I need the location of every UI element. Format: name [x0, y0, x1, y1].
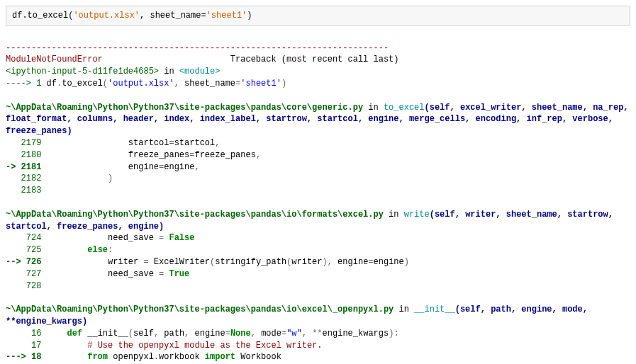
keyword-import: import	[205, 352, 235, 362]
string: "w"	[286, 329, 302, 339]
error-name: ModuleNotFoundError	[6, 55, 103, 64]
code: engine	[164, 162, 194, 172]
paren: )	[47, 174, 113, 183]
kwarg: sheet_name	[179, 79, 235, 89]
code: engine	[47, 162, 159, 172]
lineno: 16	[6, 329, 47, 339]
keyword-true: True	[164, 269, 189, 279]
string-literal: 'output.xlsx'	[73, 11, 140, 21]
lineno: 727	[6, 269, 47, 279]
eq: =	[368, 257, 373, 267]
arrow-lineno: ---> 18	[6, 352, 47, 362]
code: writer	[47, 257, 144, 267]
function-name: __init__	[414, 305, 455, 314]
code-input-cell[interactable]: df.to_excel('output.xlsx', sheet_name='s…	[6, 6, 630, 26]
eq: =	[143, 257, 148, 267]
code: startcol	[47, 138, 169, 148]
in-keyword: in	[159, 67, 179, 76]
eq: =	[225, 329, 230, 339]
keyword-else: else	[87, 245, 108, 255]
output-area: ----------------------------------------…	[0, 30, 636, 364]
code: freeze_panes	[194, 150, 255, 160]
frame-location: <ipython-input-5-d11fe1de4685>	[6, 67, 159, 76]
paren: )	[323, 257, 328, 267]
code: ExcelWriter	[149, 257, 210, 267]
frame-path: ~\AppData\Roaming\Python\Python37\site-p…	[6, 305, 394, 314]
code: stringify_path	[215, 257, 286, 267]
in-keyword: in	[394, 305, 414, 314]
lineno: 2179	[6, 138, 47, 148]
starstar: **	[312, 329, 322, 339]
code	[47, 352, 88, 362]
string: 'output.xlsx'	[108, 79, 174, 89]
code: startcol	[174, 138, 216, 148]
code: Workbook	[235, 352, 281, 362]
code	[47, 329, 67, 339]
code: engine	[333, 257, 368, 267]
comma: ,	[256, 150, 261, 160]
code: to_excel	[62, 79, 103, 89]
code: engine	[374, 257, 404, 267]
in-keyword: in	[363, 103, 384, 113]
paren: (	[103, 79, 108, 89]
function-name: write	[404, 210, 430, 220]
lineno: 17	[6, 341, 47, 351]
comma: ,	[194, 162, 199, 172]
function-name: to_excel	[384, 103, 425, 113]
lineno: 2183	[6, 186, 47, 195]
dot: .	[154, 352, 159, 362]
module-name: <module>	[179, 67, 221, 76]
code	[47, 245, 88, 255]
keyword-from: from	[87, 352, 108, 362]
code: writer	[291, 257, 322, 267]
code-text: )	[247, 11, 252, 21]
arrow-marker: ----> 1	[6, 79, 47, 89]
colon: :	[394, 329, 398, 339]
comma: ,	[302, 329, 307, 339]
lineno: 728	[6, 281, 47, 291]
lineno: 724	[6, 233, 47, 243]
comma: ,	[328, 257, 333, 267]
string-literal: 'sheet1'	[206, 11, 247, 21]
in-keyword: in	[384, 210, 404, 220]
frame-path: ~\AppData\Roaming\Python\Python37\site-p…	[6, 210, 384, 220]
frame-path: ~\AppData\Roaming\Python\Python37\site-p…	[6, 103, 363, 113]
code: engine	[189, 329, 225, 339]
code: openpyxl	[108, 352, 154, 362]
code: engine_kwargs	[323, 329, 389, 339]
traceback-divider: ----------------------------------------…	[6, 43, 389, 53]
paren: (	[128, 329, 133, 339]
keyword-false: False	[164, 233, 194, 243]
code: workbook	[159, 352, 205, 362]
code-text: df.to_excel(	[12, 11, 73, 21]
code: __init__	[82, 329, 128, 339]
lineno: 725	[6, 245, 47, 255]
string: 'sheet1'	[240, 79, 281, 89]
comma: ,	[215, 138, 220, 148]
paren: )	[404, 257, 409, 267]
paren: )	[281, 79, 286, 89]
arrow-lineno: --> 726	[6, 257, 47, 267]
comma: ,	[174, 79, 179, 89]
code-text: , sheet_name=	[140, 11, 206, 21]
code: self	[133, 329, 154, 339]
code: df	[47, 79, 57, 89]
code: need_save	[47, 269, 159, 279]
lineno: 2180	[6, 150, 47, 160]
code: mode	[256, 329, 281, 339]
eq: =	[169, 138, 174, 148]
keyword-def: def	[67, 329, 82, 339]
comma: ,	[251, 329, 256, 339]
lineno: 2182	[6, 174, 47, 183]
code: freeze_panes	[47, 150, 190, 160]
code: need_save	[47, 233, 159, 243]
traceback-label: Traceback (most recent call last)	[230, 55, 399, 64]
keyword-none: None	[230, 329, 251, 339]
traceback-label	[103, 55, 230, 64]
comma: ,	[154, 329, 159, 339]
comment: # Use the openpyxl module as the Excel w…	[47, 341, 323, 351]
colon: :	[108, 245, 113, 255]
arrow-lineno: -> 2181	[6, 162, 47, 172]
code: path	[159, 329, 184, 339]
